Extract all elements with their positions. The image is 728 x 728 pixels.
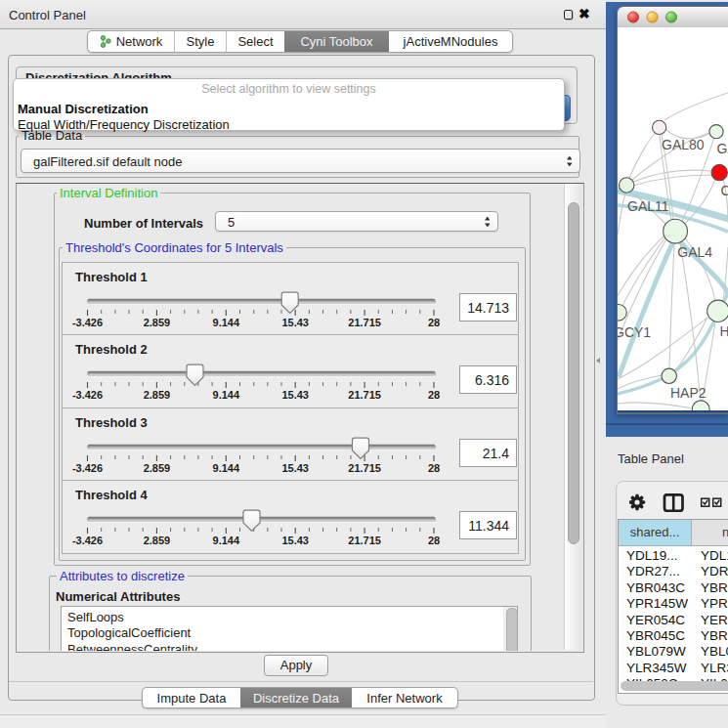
svg-text:21.715: 21.715 [348,535,381,546]
svg-text:9.144: 9.144 [213,389,240,401]
svg-text:28: 28 [428,316,440,327]
svg-text:28: 28 [428,461,440,473]
svg-text:-3.426: -3.426 [72,316,103,327]
svg-text:21.715: 21.715 [348,316,381,327]
svg-text:GAL4: GAL4 [677,244,712,260]
svg-text:28: 28 [428,389,440,401]
svg-text:GA: GA [717,141,728,156]
svg-text:15.43: 15.43 [281,316,309,327]
svg-text:GCY1: GCY1 [618,324,651,340]
svg-text:GAL80: GAL80 [662,137,705,152]
svg-text:C: C [721,183,728,198]
svg-text:H: H [720,323,728,339]
svg-text:15.43: 15.43 [281,389,309,401]
svg-text:2.859: 2.859 [144,535,171,546]
svg-text:2.859: 2.859 [144,461,171,473]
svg-text:-3.426: -3.426 [72,389,103,401]
svg-text:21.715: 21.715 [348,461,381,473]
svg-text:28: 28 [428,535,440,546]
svg-text:15.43: 15.43 [281,535,309,546]
svg-text:-3.426: -3.426 [72,461,103,473]
svg-text:2.859: 2.859 [144,389,171,401]
svg-text:GAL11: GAL11 [627,198,669,214]
svg-text:9.144: 9.144 [213,535,240,546]
svg-text:9.144: 9.144 [213,316,240,327]
svg-text:HAP2: HAP2 [670,385,707,401]
svg-text:15.43: 15.43 [281,461,309,473]
svg-text:9.144: 9.144 [213,461,240,473]
svg-text:21.715: 21.715 [348,389,381,401]
svg-text:-3.426: -3.426 [72,535,103,546]
svg-text:2.859: 2.859 [144,316,171,327]
